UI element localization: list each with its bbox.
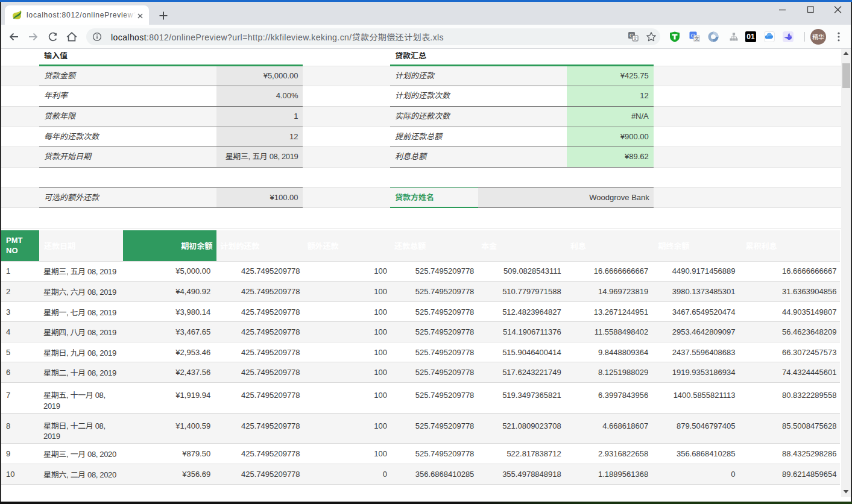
svg-text:文: 文 (694, 34, 699, 42)
svg-text:文: 文 (633, 34, 638, 41)
